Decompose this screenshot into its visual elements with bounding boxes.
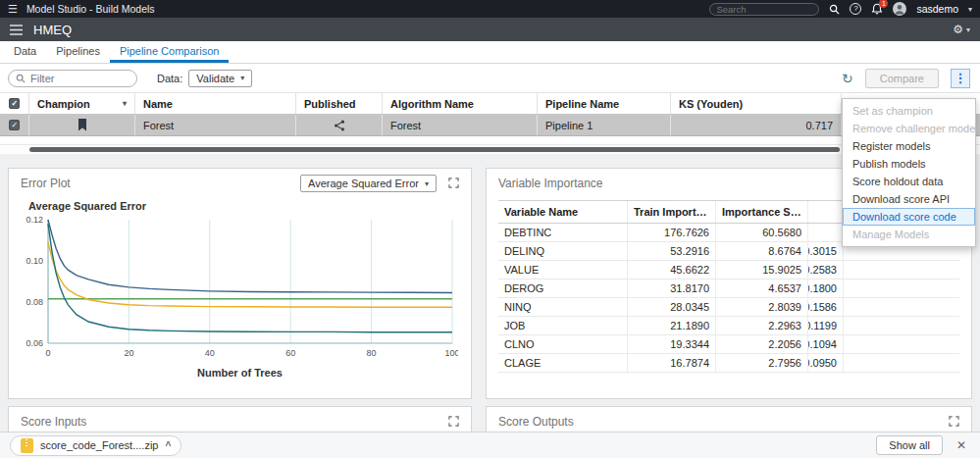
- menu-item-manage-models: Manage Models: [843, 226, 975, 243]
- variable-importance-row[interactable]: JOB21.18902.29630.1199: [498, 317, 959, 335]
- column-published[interactable]: Published: [296, 93, 383, 114]
- variable-importance-row[interactable]: DEROG31.81704.65370.1800: [498, 280, 959, 298]
- notifications-bell-icon[interactable]: 1: [871, 3, 883, 15]
- tab-pipeline-comparison[interactable]: Pipeline Comparison: [110, 41, 230, 63]
- vi-cell: 0.3015: [808, 242, 844, 260]
- models-table-header: Champion ▾ Name Published Algorithm Name…: [0, 93, 980, 115]
- champion-bookmark-icon: [77, 119, 87, 131]
- select-all-checkbox[interactable]: [9, 98, 20, 109]
- published-cell: [296, 115, 383, 135]
- vi-cell: VALUE: [498, 261, 628, 279]
- tab-pipelines[interactable]: Pipelines: [46, 41, 110, 63]
- model-row-forest[interactable]: Forest Forest Pipeline 1 0.717: [0, 115, 980, 136]
- vi-cell: 176.7626: [628, 224, 716, 241]
- close-download-bar-icon[interactable]: ✕: [956, 438, 966, 452]
- filter-search-icon: [16, 70, 26, 87]
- column-pipeline-name[interactable]: Pipeline Name: [538, 93, 671, 114]
- vi-cell: 19.3344: [628, 335, 716, 353]
- hamburger-menu-icon[interactable]: ☰: [8, 4, 18, 15]
- vi-cell: 2.2963: [716, 317, 808, 334]
- refresh-icon[interactable]: ↻: [842, 72, 853, 85]
- variable-importance-row[interactable]: CLNO19.33442.20560.1094: [498, 335, 959, 354]
- variable-importance-row[interactable]: CLAGE16.78742.79560.0950: [498, 354, 959, 373]
- column-name[interactable]: Name: [135, 93, 296, 114]
- horizontal-scrollbar-thumb[interactable]: [29, 147, 840, 152]
- vi-column-variable-name[interactable]: Variable Name: [498, 201, 628, 223]
- global-search-box[interactable]: [709, 3, 819, 16]
- search-icon[interactable]: [829, 4, 840, 15]
- compare-button[interactable]: Compare: [865, 69, 939, 88]
- top-app-bar: ☰ Model Studio - Build Models ? 1 sasdem…: [0, 0, 980, 18]
- champion-cell: [29, 115, 135, 135]
- filter-input[interactable]: [30, 73, 129, 84]
- filter-box[interactable]: [8, 70, 137, 87]
- search-input[interactable]: [716, 4, 812, 15]
- user-menu-caret-icon[interactable]: ▾: [968, 5, 972, 14]
- vi-cell: 53.2916: [628, 242, 716, 260]
- variable-importance-title: Variable Importance: [498, 177, 603, 190]
- vi-cell: 15.9025: [716, 261, 808, 279]
- model-name-cell: Forest: [135, 115, 296, 135]
- champion-filter-caret-icon[interactable]: ▾: [123, 99, 127, 108]
- variable-importance-row[interactable]: VALUE45.662215.90250.2583: [498, 261, 959, 280]
- column-champion[interactable]: Champion ▾: [29, 93, 135, 114]
- menu-item-score-holdout-data[interactable]: Score holdout data: [843, 173, 975, 190]
- vi-cell: DEBTINC: [498, 224, 628, 241]
- more-actions-kebab-button[interactable]: ⋮: [951, 69, 970, 88]
- downloaded-file-chip[interactable]: score_code_Forest....zip ^: [10, 435, 181, 456]
- data-select-dropdown[interactable]: Validate ▾: [188, 70, 252, 87]
- file-menu-caret-icon[interactable]: ^: [165, 440, 171, 451]
- vi-cell: 21.1890: [628, 317, 716, 334]
- vi-column-hidden: [808, 201, 844, 223]
- results-area: Error Plot Average Squared Error ▾ Avera…: [0, 154, 980, 432]
- column-algorithm-name[interactable]: Algorithm Name: [383, 93, 538, 114]
- zip-file-icon: [21, 438, 33, 453]
- vi-cell: CLNO: [498, 335, 628, 353]
- help-icon[interactable]: ?: [850, 3, 861, 15]
- vi-cell: DELINQ: [498, 242, 628, 260]
- vi-cell: 0.1586: [808, 298, 844, 316]
- vi-cell: 0.1094: [808, 335, 844, 353]
- error-plot-chart: Average Squared Error 0204060801000.060.…: [9, 198, 471, 394]
- expand-icon[interactable]: [448, 175, 459, 192]
- menu-item-register-models[interactable]: Register models: [843, 137, 975, 155]
- x-axis-title: Number of Trees: [9, 367, 471, 379]
- row-checkbox[interactable]: [9, 120, 20, 130]
- menu-item-remove-challenger-models: Remove challenger models: [843, 120, 975, 137]
- score-outputs-title: Score Outputs: [498, 415, 574, 429]
- vi-column-importance-std[interactable]: Importance Standard ...: [716, 201, 808, 223]
- column-ks-youden[interactable]: KS (Youden): [671, 93, 842, 114]
- vi-cell: DEROG: [498, 280, 628, 297]
- menu-item-publish-models[interactable]: Publish models: [843, 155, 975, 173]
- comparison-toolbar: Data: Validate ▾ ↻ Compare ⋮: [0, 64, 980, 93]
- error-metric-value: Average Squared Error: [308, 178, 419, 189]
- username-label[interactable]: sasdemo: [916, 3, 958, 15]
- vi-cell: JOB: [498, 317, 628, 334]
- vi-cell: 2.8039: [716, 298, 808, 316]
- error-metric-dropdown[interactable]: Average Squared Error ▾: [300, 175, 437, 192]
- score-inputs-title: Score Inputs: [21, 415, 86, 429]
- svg-text:0: 0: [45, 348, 50, 358]
- variable-importance-row[interactable]: NINQ28.03452.80390.1586: [498, 298, 959, 317]
- svg-text:0.08: 0.08: [26, 297, 43, 307]
- user-avatar[interactable]: [893, 2, 906, 16]
- expand-icon[interactable]: [949, 413, 959, 431]
- project-name: HMEQ: [33, 23, 72, 37]
- menu-item-download-score-api[interactable]: Download score API: [843, 190, 975, 208]
- vi-cell: 0.1199: [808, 317, 844, 334]
- tab-data[interactable]: Data: [4, 41, 46, 63]
- error-plot-panel: Error Plot Average Squared Error ▾ Avera…: [8, 168, 472, 399]
- project-bar: HMEQ ⚙ ▾: [0, 18, 980, 41]
- ks-youden-cell: 0.717: [671, 115, 842, 135]
- expand-icon[interactable]: [448, 413, 459, 431]
- show-all-downloads-button[interactable]: Show all: [876, 435, 943, 455]
- download-bar: score_code_Forest....zip ^ Show all ✕: [0, 432, 980, 458]
- error-plot-title: Error Plot: [21, 177, 71, 190]
- project-settings-button[interactable]: ⚙ ▾: [953, 23, 970, 36]
- project-list-icon[interactable]: [10, 25, 24, 35]
- context-menu: Set as championRemove challenger modelsR…: [842, 98, 976, 247]
- vi-cell: 0.2583: [808, 261, 844, 279]
- data-select-value: Validate: [196, 73, 234, 84]
- menu-item-download-score-code[interactable]: Download score code: [843, 208, 975, 226]
- vi-column-train-importance[interactable]: Train Importance: [628, 201, 716, 223]
